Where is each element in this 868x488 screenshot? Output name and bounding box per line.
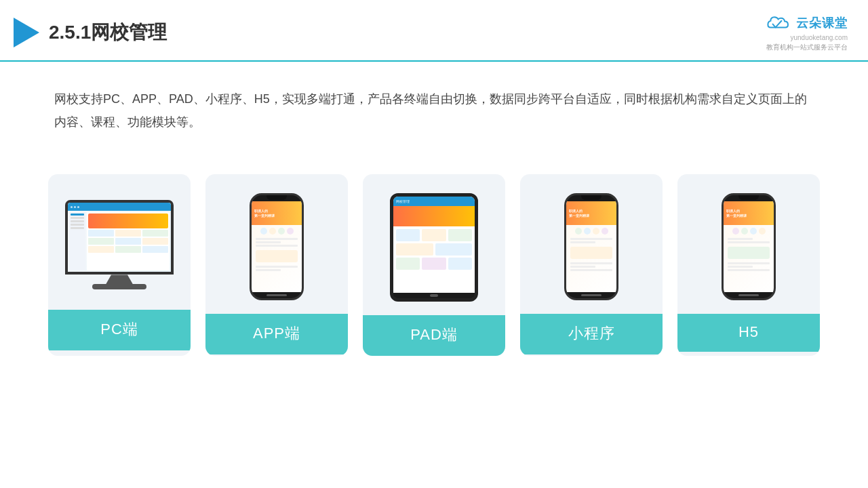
card-h5-label: H5	[677, 314, 820, 352]
tablet-pad-icon: 网校管理	[390, 193, 478, 302]
card-h5-image: 职涯人的第一堂列精课	[677, 174, 820, 314]
card-miniapp: 职涯人的第一堂列精课	[520, 174, 663, 356]
cards-container: PC端 职涯人的第一堂列精课	[0, 154, 868, 376]
card-app: 职涯人的第一堂列精课	[205, 174, 348, 356]
card-app-label: APP端	[205, 314, 348, 354]
description-paragraph: 网校支持PC、APP、PAD、小程序、H5，实现多端打通，产品各终端自由切换，数…	[54, 87, 814, 134]
header: 2.5.1网校管理 云朵课堂 yunduoketang.com 教育机构一站式服…	[0, 0, 868, 62]
brand-row: 云朵课堂	[761, 12, 848, 34]
phone-app-icon: 职涯人的第一堂列精课	[250, 193, 304, 300]
description-text: 网校支持PC、APP、PAD、小程序、H5，实现多端打通，产品各终端自由切换，数…	[0, 62, 868, 147]
card-app-image: 职涯人的第一堂列精课	[205, 174, 348, 314]
phone-h5-icon: 职涯人的第一堂列精课	[722, 193, 776, 300]
logo-domain: yunduoketang.com	[790, 34, 848, 41]
card-pad: 网校管理	[363, 174, 505, 356]
card-miniapp-label: 小程序	[520, 314, 663, 354]
pc-monitor-icon	[65, 200, 174, 289]
card-pc: PC端	[48, 174, 191, 356]
card-pad-label: PAD端	[363, 315, 505, 356]
logo-tagline: 教育机构一站式服务云平台	[766, 43, 848, 52]
logo-area: 云朵课堂 yunduoketang.com 教育机构一站式服务云平台	[761, 12, 848, 52]
play-icon	[14, 18, 39, 47]
logo-text: 云朵课堂	[796, 15, 848, 31]
phone-miniapp-icon: 职涯人的第一堂列精课	[564, 193, 618, 300]
card-miniapp-image: 职涯人的第一堂列精课	[520, 174, 663, 314]
card-pad-image: 网校管理	[363, 174, 505, 315]
cloud-logo-icon	[761, 12, 793, 34]
card-pc-label: PC端	[48, 310, 191, 350]
card-h5: 职涯人的第一堂列精课	[677, 174, 820, 356]
page-title: 2.5.1网校管理	[49, 20, 167, 45]
header-left: 2.5.1网校管理	[14, 18, 167, 47]
card-pc-image	[48, 174, 191, 310]
